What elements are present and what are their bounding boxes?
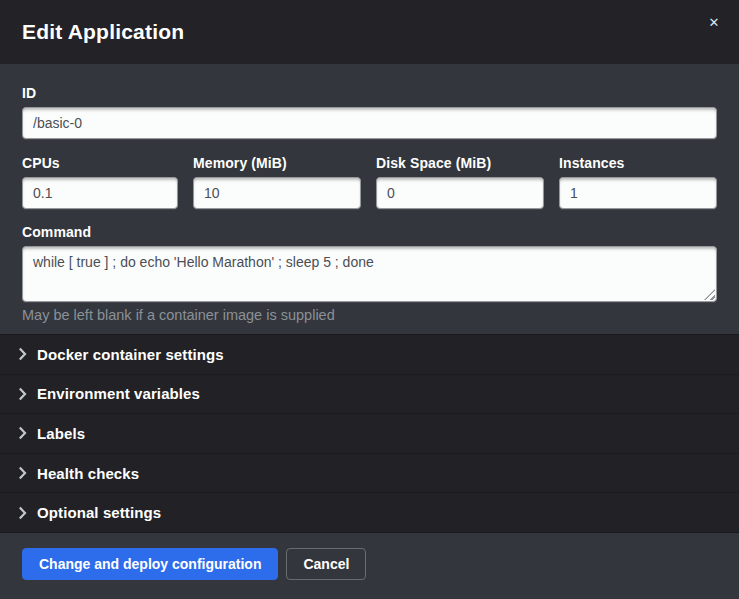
chevron-right-icon (18, 506, 27, 520)
section-label: Environment variables (37, 385, 200, 402)
cpus-label: CPUs (22, 155, 178, 171)
close-icon: ✕ (709, 15, 720, 30)
section-label: Health checks (37, 465, 139, 482)
section-docker-container-settings[interactable]: Docker container settings (0, 335, 739, 375)
section-label: Docker container settings (37, 346, 224, 363)
section-label: Optional settings (37, 504, 161, 521)
command-textarea[interactable]: while [ true ] ; do echo 'Hello Marathon… (22, 246, 717, 302)
application-form: ID CPUs Memory (MiB) Disk Space (MiB) In… (0, 64, 739, 334)
memory-field-group: Memory (MiB) (193, 155, 361, 209)
instances-input[interactable] (559, 177, 717, 209)
command-label: Command (22, 224, 717, 240)
section-labels[interactable]: Labels (0, 414, 739, 454)
disk-field-group: Disk Space (MiB) (376, 155, 544, 209)
memory-label: Memory (MiB) (193, 155, 361, 171)
disk-input[interactable] (376, 177, 544, 209)
command-help-text: May be left blank if a container image i… (22, 307, 717, 323)
chevron-right-icon (18, 347, 27, 361)
modal-footer: Change and deploy configuration Cancel (0, 532, 739, 599)
id-label: ID (22, 85, 717, 101)
cancel-button[interactable]: Cancel (286, 548, 366, 580)
section-optional-settings[interactable]: Optional settings (0, 493, 739, 532)
page-title: Edit Application (22, 20, 184, 44)
cpus-field-group: CPUs (22, 155, 178, 209)
section-health-checks[interactable]: Health checks (0, 454, 739, 494)
instances-label: Instances (559, 155, 717, 171)
edit-application-modal: Edit Application ✕ ID CPUs Memory (MiB) … (0, 0, 739, 599)
change-and-deploy-button[interactable]: Change and deploy configuration (22, 548, 278, 580)
chevron-right-icon (18, 426, 27, 440)
chevron-right-icon (18, 466, 27, 480)
section-environment-variables[interactable]: Environment variables (0, 375, 739, 415)
id-field-group: ID (22, 85, 717, 139)
section-label: Labels (37, 425, 85, 442)
memory-input[interactable] (193, 177, 361, 209)
modal-header: Edit Application ✕ (0, 0, 739, 64)
chevron-right-icon (18, 387, 27, 401)
accordion-sections: Docker container settings Environment va… (0, 334, 739, 532)
id-input[interactable] (22, 107, 717, 139)
instances-field-group: Instances (559, 155, 717, 209)
disk-label: Disk Space (MiB) (376, 155, 544, 171)
close-button[interactable]: ✕ (703, 12, 725, 34)
command-field-group: Command while [ true ] ; do echo 'Hello … (22, 224, 717, 323)
command-textarea-wrapper: while [ true ] ; do echo 'Hello Marathon… (22, 246, 717, 302)
cpus-input[interactable] (22, 177, 178, 209)
resources-row: CPUs Memory (MiB) Disk Space (MiB) Insta… (22, 155, 717, 209)
